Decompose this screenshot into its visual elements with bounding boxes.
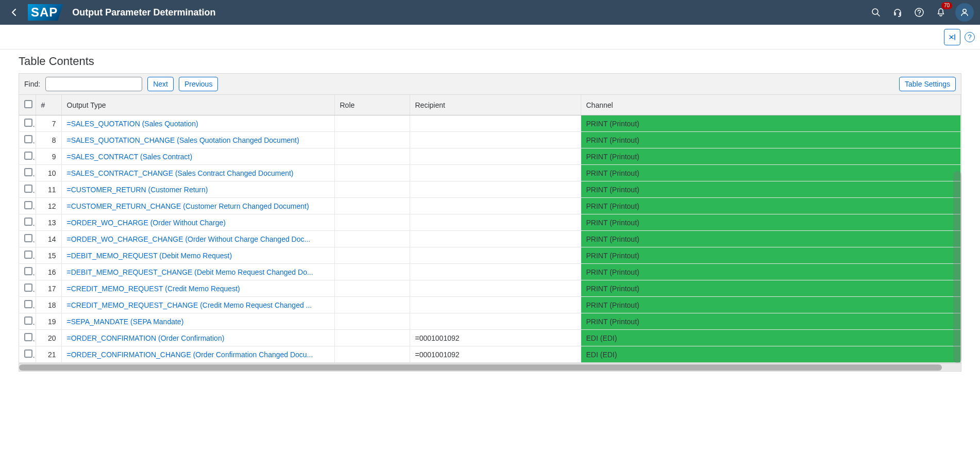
channel-cell[interactable]: EDI (EDI) — [581, 346, 961, 363]
channel-cell[interactable]: PRINT (Printout) — [581, 297, 961, 313]
output-type-cell[interactable]: =ORDER_WO_CHARGE_CHANGE (Order Without C… — [61, 231, 334, 247]
output-type-cell[interactable]: =ORDER_CONFIRMATION_CHANGE (Order Confir… — [61, 346, 334, 363]
back-button[interactable] — [6, 4, 23, 21]
recipient-cell[interactable]: =0001001092 — [410, 330, 581, 346]
role-cell[interactable] — [334, 264, 410, 280]
channel-cell[interactable]: EDI (EDI) — [581, 330, 961, 346]
row-checkbox[interactable] — [24, 333, 32, 341]
recipient-cell[interactable] — [410, 214, 581, 231]
collapse-panel-button[interactable] — [944, 29, 960, 45]
help-button[interactable] — [910, 3, 928, 22]
row-checkbox[interactable] — [24, 267, 32, 275]
table-row[interactable]: 10=SALES_CONTRACT_CHANGE (Sales Contract… — [19, 165, 961, 181]
recipient-cell[interactable]: =0001001092 — [410, 346, 581, 363]
role-cell[interactable] — [334, 198, 410, 214]
role-cell[interactable] — [334, 214, 410, 231]
recipient-cell[interactable] — [410, 148, 581, 165]
row-select-cell[interactable] — [19, 313, 36, 330]
vertical-scrollbar[interactable] — [953, 171, 961, 363]
row-checkbox[interactable] — [24, 349, 32, 358]
output-type-cell[interactable]: =SALES_CONTRACT_CHANGE (Sales Contract C… — [61, 165, 334, 181]
recipient-cell[interactable] — [410, 115, 581, 132]
role-cell[interactable] — [334, 346, 410, 363]
row-select-cell[interactable] — [19, 214, 36, 231]
role-cell[interactable] — [334, 132, 410, 148]
channel-cell[interactable]: PRINT (Printout) — [581, 132, 961, 148]
recipient-cell[interactable] — [410, 313, 581, 330]
notifications-button[interactable]: 70 — [932, 3, 950, 22]
role-cell[interactable] — [334, 330, 410, 346]
header-output-type[interactable]: Output Type — [61, 95, 334, 115]
row-select-cell[interactable] — [19, 181, 36, 198]
table-row[interactable]: 19=SEPA_MANDATE (SEPA Mandate)PRINT (Pri… — [19, 313, 961, 330]
output-type-cell[interactable]: =ORDER_WO_CHARGE (Order Without Charge) — [61, 214, 334, 231]
channel-cell[interactable]: PRINT (Printout) — [581, 280, 961, 297]
output-type-cell[interactable]: =DEBIT_MEMO_REQUEST_CHANGE (Debit Memo R… — [61, 264, 334, 280]
role-cell[interactable] — [334, 181, 410, 198]
find-input[interactable] — [45, 77, 142, 91]
row-select-cell[interactable] — [19, 198, 36, 214]
row-select-cell[interactable] — [19, 330, 36, 346]
row-select-cell[interactable] — [19, 280, 36, 297]
channel-cell[interactable]: PRINT (Printout) — [581, 181, 961, 198]
role-cell[interactable] — [334, 280, 410, 297]
recipient-cell[interactable] — [410, 198, 581, 214]
row-checkbox[interactable] — [24, 251, 32, 259]
sap-logo[interactable]: SAP — [28, 4, 63, 21]
header-recipient[interactable]: Recipient — [410, 95, 581, 115]
previous-button[interactable]: Previous — [179, 77, 218, 91]
table-row[interactable]: 7=SALES_QUOTATION (Sales Quotation)PRINT… — [19, 115, 961, 132]
output-type-cell[interactable]: =CUSTOMER_RETURN (Customer Return) — [61, 181, 334, 198]
output-type-cell[interactable]: =DEBIT_MEMO_REQUEST (Debit Memo Request) — [61, 247, 334, 264]
output-type-cell[interactable]: =CREDIT_MEMO_REQUEST_CHANGE (Credit Memo… — [61, 297, 334, 313]
table-row[interactable]: 9=SALES_CONTRACT (Sales Contract)PRINT (… — [19, 148, 961, 165]
header-channel[interactable]: Channel — [581, 95, 961, 115]
output-type-cell[interactable]: =CUSTOMER_RETURN_CHANGE (Customer Return… — [61, 198, 334, 214]
recipient-cell[interactable] — [410, 264, 581, 280]
select-all-checkbox[interactable] — [24, 100, 32, 108]
output-type-cell[interactable]: =SALES_CONTRACT (Sales Contract) — [61, 148, 334, 165]
output-type-cell[interactable]: =CREDIT_MEMO_REQUEST (Credit Memo Reques… — [61, 280, 334, 297]
channel-cell[interactable]: PRINT (Printout) — [581, 231, 961, 247]
row-checkbox[interactable] — [24, 201, 32, 209]
table-row[interactable]: 13=ORDER_WO_CHARGE (Order Without Charge… — [19, 214, 961, 231]
table-row[interactable]: 20=ORDER_CONFIRMATION (Order Confirmatio… — [19, 330, 961, 346]
header-num[interactable]: # — [36, 95, 61, 115]
table-row[interactable]: 11=CUSTOMER_RETURN (Customer Return)PRIN… — [19, 181, 961, 198]
channel-cell[interactable]: PRINT (Printout) — [581, 148, 961, 165]
row-select-cell[interactable] — [19, 231, 36, 247]
search-button[interactable] — [867, 3, 885, 22]
role-cell[interactable] — [334, 148, 410, 165]
recipient-cell[interactable] — [410, 181, 581, 198]
header-select-all[interactable] — [19, 95, 36, 115]
channel-cell[interactable]: PRINT (Printout) — [581, 198, 961, 214]
table-row[interactable]: 21=ORDER_CONFIRMATION_CHANGE (Order Conf… — [19, 346, 961, 363]
row-select-cell[interactable] — [19, 297, 36, 313]
role-cell[interactable] — [334, 115, 410, 132]
output-type-cell[interactable]: =SALES_QUOTATION (Sales Quotation) — [61, 115, 334, 132]
channel-cell[interactable]: PRINT (Printout) — [581, 247, 961, 264]
scrollbar-thumb[interactable] — [19, 364, 942, 371]
row-checkbox[interactable] — [24, 168, 32, 176]
table-row[interactable]: 12=CUSTOMER_RETURN_CHANGE (Customer Retu… — [19, 198, 961, 214]
header-role[interactable]: Role — [334, 95, 410, 115]
row-select-cell[interactable] — [19, 165, 36, 181]
output-type-cell[interactable]: =SALES_QUOTATION_CHANGE (Sales Quotation… — [61, 132, 334, 148]
user-avatar-button[interactable] — [955, 3, 974, 22]
role-cell[interactable] — [334, 247, 410, 264]
recipient-cell[interactable] — [410, 165, 581, 181]
next-button[interactable]: Next — [147, 77, 174, 91]
channel-cell[interactable]: PRINT (Printout) — [581, 313, 961, 330]
channel-cell[interactable]: PRINT (Printout) — [581, 264, 961, 280]
recipient-cell[interactable] — [410, 280, 581, 297]
row-checkbox[interactable] — [24, 152, 32, 160]
row-select-cell[interactable] — [19, 115, 36, 132]
row-checkbox[interactable] — [24, 135, 32, 143]
row-select-cell[interactable] — [19, 132, 36, 148]
row-select-cell[interactable] — [19, 247, 36, 264]
table-row[interactable]: 16=DEBIT_MEMO_REQUEST_CHANGE (Debit Memo… — [19, 264, 961, 280]
output-type-cell[interactable]: =ORDER_CONFIRMATION (Order Confirmation) — [61, 330, 334, 346]
table-settings-button[interactable]: Table Settings — [899, 77, 956, 91]
row-checkbox[interactable] — [24, 300, 32, 308]
table-row[interactable]: 14=ORDER_WO_CHARGE_CHANGE (Order Without… — [19, 231, 961, 247]
